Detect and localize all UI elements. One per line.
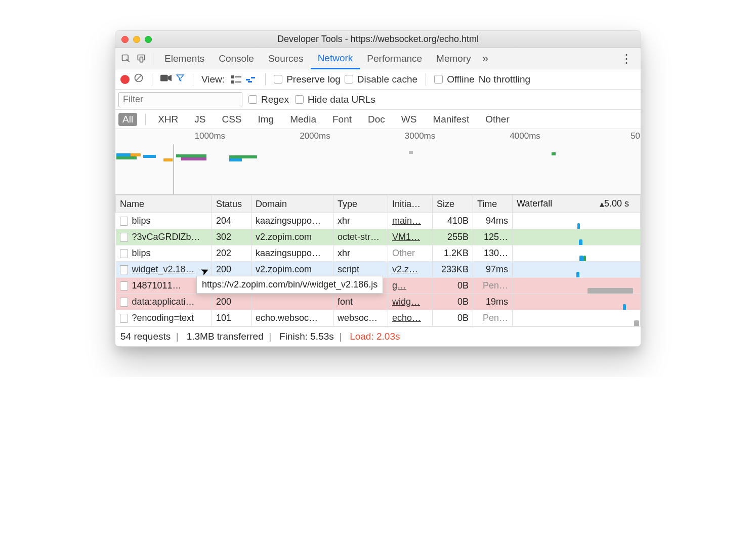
table-row[interactable]: data:applicati…200fontwidg…0B19ms xyxy=(116,294,641,310)
hide-data-urls-checkbox[interactable]: Hide data URLs xyxy=(295,94,375,105)
main-tabs-bar: Elements Console Sources Network Perform… xyxy=(115,48,641,69)
col-initiator[interactable]: Initia… xyxy=(388,195,433,213)
col-time[interactable]: Time xyxy=(473,195,513,213)
initiator-link[interactable]: g… xyxy=(392,280,406,291)
type-filter-css[interactable]: CSS xyxy=(218,113,245,126)
separator xyxy=(265,73,266,86)
close-window-button[interactable] xyxy=(121,36,129,43)
regex-label: Regex xyxy=(261,94,289,105)
table-row[interactable]: blips202kaazingsuppo…xhrOther1.2KB130… xyxy=(116,245,641,262)
file-icon xyxy=(120,265,128,274)
tab-sources[interactable]: Sources xyxy=(261,48,311,69)
tab-memory[interactable]: Memory xyxy=(429,48,478,69)
col-name[interactable]: Name xyxy=(116,195,212,213)
request-table: Name Status Domain Type Initia… Size Tim… xyxy=(115,195,641,326)
col-type[interactable]: Type xyxy=(333,195,388,213)
initiator-link[interactable]: widg… xyxy=(392,297,420,307)
initiator-link[interactable]: v2.z… xyxy=(392,264,418,274)
separator xyxy=(145,114,146,125)
initiator-link[interactable]: VM1… xyxy=(392,232,420,242)
preserve-log-label: Preserve log xyxy=(286,74,341,85)
file-icon xyxy=(120,249,128,258)
inspect-element-icon[interactable] xyxy=(118,51,134,66)
separator xyxy=(426,73,426,86)
large-request-rows-icon[interactable] xyxy=(231,74,242,85)
type-filter-media[interactable]: Media xyxy=(286,113,320,126)
initiator-text: Other xyxy=(392,248,415,258)
svg-rect-8 xyxy=(231,75,234,78)
request-name: blips xyxy=(132,216,151,226)
footer-requests: 54 requests xyxy=(120,331,171,342)
table-row[interactable]: widget_v2.18…200v2.zopim.comscriptv2.z…2… xyxy=(116,262,641,278)
device-toolbar-icon[interactable] xyxy=(134,51,149,66)
initiator-link[interactable]: main… xyxy=(392,216,421,226)
timeline-overview[interactable]: 1000ms 2000ms 3000ms 4000ms 50 xyxy=(115,129,641,195)
svg-rect-5 xyxy=(160,74,168,81)
timeline-cursor xyxy=(174,144,174,194)
more-tabs-button[interactable]: » xyxy=(478,52,489,65)
initiator-link[interactable]: echo… xyxy=(392,313,421,323)
offline-label: Offline xyxy=(447,74,475,85)
type-filter-xhr[interactable]: XHR xyxy=(154,113,182,126)
request-name: ?encoding=text xyxy=(132,313,194,323)
svg-rect-2 xyxy=(140,57,143,62)
url-tooltip: https://v2.zopim.com/bin/v/widget_v2.186… xyxy=(196,276,383,294)
zoom-window-button[interactable] xyxy=(145,36,152,43)
type-filter-ws[interactable]: WS xyxy=(397,113,421,126)
devtools-window: Developer Tools - https://websocket.org/… xyxy=(115,30,641,347)
capture-screenshots-icon[interactable] xyxy=(160,74,172,85)
file-icon xyxy=(120,314,128,323)
table-row[interactable]: ?3vCaGRDlZb…302v2.zopim.comoctet-str…VM1… xyxy=(116,229,641,245)
disable-cache-checkbox[interactable]: Disable cache xyxy=(345,74,417,85)
window-title: Developer Tools - https://websocket.org/… xyxy=(115,34,641,45)
svg-rect-11 xyxy=(235,81,241,82)
type-filter-font[interactable]: Font xyxy=(328,113,356,126)
type-filter-doc[interactable]: Doc xyxy=(364,113,389,126)
record-button[interactable] xyxy=(120,75,130,84)
file-icon xyxy=(120,233,128,242)
svg-marker-6 xyxy=(168,74,172,81)
type-filter-other[interactable]: Other xyxy=(481,113,514,126)
request-name: widget_v2.18… xyxy=(132,264,195,275)
offline-checkbox[interactable]: Offline xyxy=(434,74,475,85)
clear-button[interactable] xyxy=(134,73,144,86)
tab-performance[interactable]: Performance xyxy=(360,48,429,69)
network-controls-bar: View: Preserve log Disable cache Offline… xyxy=(115,69,641,90)
col-domain[interactable]: Domain xyxy=(251,195,333,213)
hide-data-urls-label: Hide data URLs xyxy=(308,94,375,105)
filter-icon[interactable] xyxy=(176,73,185,85)
regex-checkbox[interactable]: Regex xyxy=(248,94,289,105)
timeline-tick: 50 xyxy=(631,131,640,141)
col-waterfall[interactable]: Waterfall 5.00 s xyxy=(513,195,641,213)
footer-transferred: 1.3MB transferred xyxy=(187,331,264,342)
svg-rect-9 xyxy=(235,76,241,77)
type-filter-bar: All XHR JS CSS Img Media Font Doc WS Man… xyxy=(115,110,641,129)
request-name: data:applicati… xyxy=(132,297,195,307)
timeline-tick: 1000ms xyxy=(195,131,225,141)
type-filter-js[interactable]: JS xyxy=(190,113,209,126)
col-size[interactable]: Size xyxy=(433,195,473,213)
view-label: View: xyxy=(201,74,225,85)
waterfall-label: 5.00 s xyxy=(604,198,629,209)
tab-network[interactable]: Network xyxy=(311,48,360,69)
svg-rect-10 xyxy=(231,80,234,84)
minimize-window-button[interactable] xyxy=(133,36,140,43)
disable-cache-label: Disable cache xyxy=(357,74,417,85)
kebab-menu-icon[interactable]: ⋮ xyxy=(615,52,638,66)
table-row[interactable]: ?encoding=text101echo.websoc…websoc…echo… xyxy=(116,310,641,326)
preserve-log-checkbox[interactable]: Preserve log xyxy=(274,74,341,85)
type-filter-img[interactable]: Img xyxy=(254,113,278,126)
filter-input[interactable] xyxy=(118,92,242,107)
svg-rect-12 xyxy=(246,79,250,80)
tab-console[interactable]: Console xyxy=(212,48,261,69)
throttling-dropdown[interactable]: No throttling xyxy=(479,74,530,85)
file-icon xyxy=(120,217,128,226)
table-row[interactable]: blips204kaazingsuppo…xhrmain…410B94ms xyxy=(116,213,641,229)
overview-icon[interactable] xyxy=(246,74,257,85)
col-status[interactable]: Status xyxy=(212,195,251,213)
type-filter-all[interactable]: All xyxy=(118,113,137,126)
filter-bar: Regex Hide data URLs xyxy=(115,90,641,110)
footer-finish: Finish: 5.53s xyxy=(279,331,334,342)
type-filter-manifest[interactable]: Manifest xyxy=(429,113,473,126)
tab-elements[interactable]: Elements xyxy=(157,48,212,69)
